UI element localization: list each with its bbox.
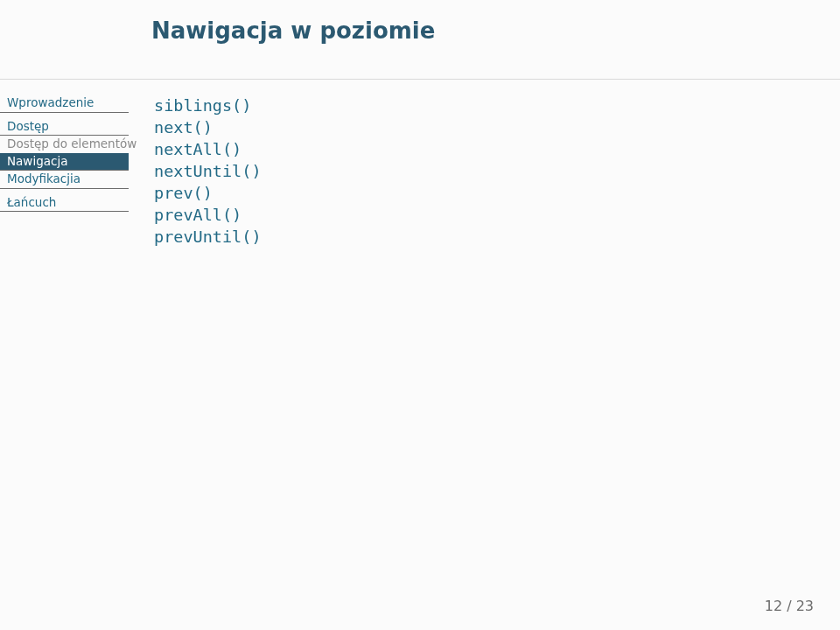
nav-subitem-dostep-do-elementow[interactable]: Dostęp do elementów [0,136,129,153]
code-line: siblings() [154,95,262,117]
nav-item-dostep[interactable]: Dostęp [0,118,129,136]
sidebar-nav: Wprowadzenie Dostęp Dostęp do elementów … [0,94,129,212]
code-line: nextUntil() [154,161,262,183]
nav-subitem-nawigacja-active[interactable]: Nawigacja [0,153,129,172]
nav-item-modyfikacjia[interactable]: Modyfikacjia [0,171,129,189]
code-line: nextAll() [154,139,262,161]
page-total: 23 [796,598,814,614]
title-rule [0,79,840,80]
code-line: next() [154,117,262,139]
title-area: Nawigacja w poziomie [151,18,805,44]
nav-item-lancuch[interactable]: Łańcuch [0,194,129,213]
page-sep: / [782,598,796,614]
page-number: 12 / 23 [765,598,814,614]
nav-item-wprowadzenie[interactable]: Wprowadzenie [0,94,129,113]
code-line: prev() [154,183,262,205]
code-line: prevAll() [154,205,262,227]
content-code: siblings() next() nextAll() nextUntil() … [154,95,262,248]
page-title: Nawigacja w poziomie [151,18,805,44]
code-line: prevUntil() [154,227,262,248]
page-current: 12 [765,598,782,614]
slide: Nawigacja w poziomie Wprowadzenie Dostęp… [0,0,840,630]
